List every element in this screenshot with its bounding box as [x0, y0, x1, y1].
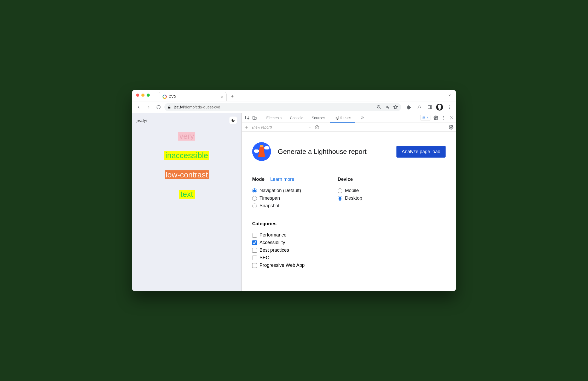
tab-close-icon[interactable]: × — [221, 94, 223, 99]
chat-icon — [422, 116, 426, 120]
lighthouse-form: ModeLearn more Navigation (Default) Time… — [252, 177, 446, 211]
tab-lighthouse[interactable]: Lighthouse — [330, 113, 355, 123]
window-controls — [136, 94, 150, 97]
word-low-contrast: low-contrast — [165, 170, 209, 179]
mode-option-navigation[interactable]: Navigation (Default) — [252, 188, 301, 193]
lighthouse-settings-icon[interactable] — [449, 125, 453, 130]
inspect-element-icon[interactable] — [245, 116, 250, 120]
browser-tab[interactable]: CVD × — [159, 92, 227, 101]
svg-rect-15 — [423, 117, 425, 117]
reload-button[interactable] — [154, 103, 163, 111]
category-accessibility[interactable]: Accessibility — [252, 240, 446, 245]
device-option-desktop[interactable]: Desktop — [338, 195, 362, 201]
zoom-out-icon[interactable] — [377, 105, 381, 109]
side-panel-button[interactable] — [426, 103, 434, 111]
category-performance[interactable]: Performance — [252, 232, 446, 238]
report-selector-label: (new report) — [252, 125, 272, 129]
kebab-menu-icon[interactable] — [441, 116, 446, 120]
mode-option-snapshot[interactable]: Snapshot — [252, 203, 301, 209]
back-button[interactable] — [135, 103, 143, 111]
new-report-plus-icon[interactable] — [244, 125, 249, 130]
labs-button[interactable] — [415, 103, 424, 111]
forward-button[interactable] — [145, 103, 153, 111]
lighthouse-toolbar: (new report) — [242, 123, 456, 132]
lighthouse-body: Generate a Lighthouse report Analyze pag… — [242, 132, 456, 291]
address-bar[interactable]: jec.fyi/demo/cds-quest-cvd — [164, 103, 401, 111]
tab-title: CVD — [169, 95, 176, 99]
tab-favicon — [163, 95, 167, 99]
svg-rect-7 — [428, 106, 432, 109]
chevron-double-right-icon — [360, 116, 365, 120]
issues-count: 4 — [427, 116, 429, 120]
device-heading: Device — [338, 177, 353, 182]
dropdown-caret-icon — [308, 126, 312, 129]
tab-overflow[interactable] — [356, 113, 368, 123]
tab-sources[interactable]: Sources — [308, 113, 329, 123]
svg-point-18 — [443, 116, 444, 117]
lock-icon — [168, 105, 171, 109]
svg-point-9 — [449, 105, 450, 106]
moon-icon — [231, 118, 235, 122]
svg-line-1 — [379, 108, 381, 109]
browser-toolbar: jec.fyi/demo/cds-quest-cvd — [132, 101, 456, 113]
category-pwa[interactable]: Progressive Web App — [252, 263, 446, 268]
tab-elements[interactable]: Elements — [263, 113, 285, 123]
tabs-dropdown-button[interactable] — [448, 93, 452, 98]
mode-option-timespan[interactable]: Timespan — [252, 195, 301, 201]
close-devtools-icon[interactable] — [449, 116, 454, 120]
svg-point-28 — [451, 126, 452, 128]
device-toolbar-icon[interactable] — [252, 116, 257, 120]
device-option-mobile[interactable]: Mobile — [338, 188, 362, 193]
profile-avatar[interactable] — [436, 104, 443, 111]
theme-toggle[interactable] — [229, 117, 237, 124]
svg-point-17 — [435, 117, 437, 118]
device-column: Device Mobile Desktop — [338, 177, 362, 211]
word-text: text — [179, 190, 194, 199]
browser-window: CVD × + jec.fyi/demo/cds-quest-cvd — [132, 90, 456, 291]
tab-console[interactable]: Console — [286, 113, 307, 123]
sample-words: very inaccessible low-contrast text — [132, 132, 241, 199]
svg-line-27 — [316, 126, 318, 128]
svg-point-20 — [443, 119, 444, 119]
page-brand: jec.fyi — [137, 118, 147, 123]
share-icon[interactable] — [385, 105, 390, 109]
browser-menu-button[interactable] — [445, 103, 453, 111]
rendered-page: jec.fyi very inaccessible low-contrast t… — [132, 113, 242, 291]
svg-point-10 — [449, 107, 450, 107]
mode-heading: Mode — [252, 177, 264, 182]
lighthouse-header: Generate a Lighthouse report Analyze pag… — [252, 142, 446, 161]
category-best-practices[interactable]: Best practices — [252, 247, 446, 253]
extensions-button[interactable] — [405, 103, 413, 111]
lighthouse-logo — [252, 142, 271, 161]
analyze-button[interactable]: Analyze page load — [396, 146, 446, 158]
word-very: very — [178, 132, 195, 141]
svg-marker-25 — [309, 127, 311, 128]
svg-point-19 — [443, 117, 444, 118]
category-seo[interactable]: SEO — [252, 255, 446, 261]
maximize-window-button[interactable] — [147, 94, 150, 97]
learn-more-link[interactable]: Learn more — [270, 177, 294, 182]
url-path: /demo/cds-quest-cvd — [184, 105, 220, 109]
star-icon[interactable] — [393, 105, 398, 109]
titlebar: CVD × + — [132, 90, 456, 101]
mode-column: ModeLearn more Navigation (Default) Time… — [252, 177, 301, 211]
categories-column: Categories Performance Accessibility Bes… — [252, 221, 446, 268]
svg-point-11 — [449, 108, 450, 109]
devtools-tabstrip: Elements Console Sources Lighthouse 4 — [242, 113, 456, 123]
svg-marker-5 — [394, 105, 398, 109]
issues-badge[interactable]: 4 — [420, 115, 430, 120]
word-inaccessible: inaccessible — [164, 151, 209, 160]
svg-rect-16 — [423, 118, 424, 118]
clear-icon[interactable] — [315, 125, 319, 130]
devtools-panel: Elements Console Sources Lighthouse 4 — [242, 113, 456, 291]
new-tab-button[interactable]: + — [229, 93, 236, 100]
report-selector[interactable]: (new report) — [252, 125, 312, 129]
settings-icon[interactable] — [434, 116, 438, 120]
minimize-window-button[interactable] — [141, 94, 145, 97]
lighthouse-title: Generate a Lighthouse report — [278, 148, 367, 156]
url-host: jec.fyi — [174, 105, 184, 109]
url-text: jec.fyi/demo/cds-quest-cvd — [174, 105, 374, 109]
categories-heading: Categories — [252, 221, 276, 227]
close-window-button[interactable] — [136, 94, 139, 97]
content-area: jec.fyi very inaccessible low-contrast t… — [132, 113, 456, 291]
